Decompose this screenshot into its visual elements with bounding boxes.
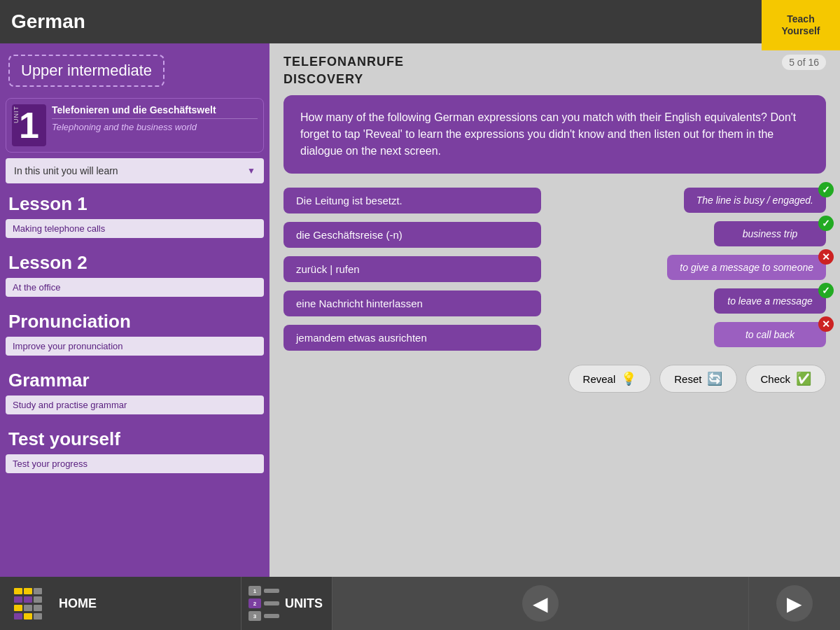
back-arrow-icon: ◀ [522, 585, 559, 622]
unit-number: 1 [19, 105, 39, 146]
english-card-wrapper: to give a message to someone ✕ [667, 255, 826, 280]
reset-button[interactable]: Reset 🔄 [659, 365, 737, 393]
matching-area: Die Leitung ist besetzt. die Geschäftsre… [284, 188, 826, 351]
instruction-box: How many of the following German express… [284, 95, 826, 174]
nav-forward-button[interactable]: ▶ [749, 577, 840, 630]
home-icon-grid [14, 588, 45, 620]
check-icon: ✅ [796, 371, 811, 386]
bottom-navigation: HOME 1 2 3 UNITS [0, 577, 840, 630]
page-counter: 5 of 16 [782, 55, 826, 70]
content-area: 5 of 16 TELEFONANRUFE DISCOVERY How many… [270, 43, 840, 577]
english-card-2[interactable]: to give a message to someone [667, 255, 826, 280]
units-icon: 1 2 3 [248, 586, 279, 621]
wrong-badge: ✕ [818, 316, 834, 332]
pronunciation-title[interactable]: Pronunciation [0, 301, 270, 335]
home-button[interactable]: HOME [0, 577, 241, 630]
german-card[interactable]: eine Nachricht hinterlassen [284, 290, 541, 316]
unit-block: UNIT 1 Telefonieren und die Geschäftswel… [6, 98, 264, 153]
lesson2-title[interactable]: Lesson 2 [0, 242, 270, 276]
unit-english-name: Telephoning and the business world [52, 122, 258, 132]
unit-german-name: Telefonieren und die Geschäftswelt [52, 104, 258, 119]
test-yourself-subtitle[interactable]: Test your progress [6, 454, 264, 473]
english-card-4[interactable]: to call back [714, 322, 826, 347]
lesson2-subtitle[interactable]: At the office [6, 278, 264, 297]
english-card-wrapper: to call back ✕ [714, 322, 826, 347]
english-card-wrapper: business trip ✓ [714, 221, 826, 246]
grammar-title[interactable]: Grammar [0, 360, 270, 394]
german-card[interactable]: jemandem etwas ausrichten [284, 325, 541, 351]
correct-badge: ✓ [818, 216, 834, 231]
app-header: German Teach Yourself [0, 0, 840, 43]
english-card-3[interactable]: to leave a message [714, 288, 826, 314]
english-card-wrapper: The line is busy / engaged. ✓ [684, 188, 826, 213]
action-buttons: Reveal 💡 Reset 🔄 Check ✅ [284, 365, 826, 393]
correct-badge: ✓ [818, 283, 834, 298]
home-label: HOME [59, 596, 97, 611]
pronunciation-subtitle[interactable]: Improve your pronunciation [6, 337, 264, 356]
bulb-icon: 💡 [621, 371, 636, 386]
main-layout: Upper intermediate UNIT 1 Telefonieren u… [0, 43, 840, 577]
app-title: German [11, 10, 85, 33]
units-button[interactable]: 1 2 3 UNITS [241, 577, 332, 630]
lesson1-title[interactable]: Lesson 1 [0, 183, 270, 218]
nav-back-button[interactable]: ◀ [332, 577, 749, 630]
english-card-wrapper: to leave a message ✓ [714, 288, 826, 314]
content-title: TELEFONANRUFE [284, 55, 826, 69]
level-badge[interactable]: Upper intermediate [8, 55, 164, 87]
english-card-0[interactable]: The line is busy / engaged. [684, 188, 826, 213]
english-card-1[interactable]: business trip [714, 221, 826, 246]
wrong-badge: ✕ [818, 249, 834, 265]
unit-label: UNIT [13, 106, 20, 123]
english-column: The line is busy / engaged. ✓ business t… [569, 188, 827, 351]
german-card[interactable]: die Geschäftsreise (-n) [284, 222, 541, 248]
lesson1-subtitle[interactable]: Making telephone calls [6, 219, 264, 238]
in-this-unit-toggle[interactable]: In this unit you will learn ▼ [6, 158, 264, 183]
content-subtitle: DISCOVERY [284, 72, 826, 87]
unit-number-box: UNIT 1 [12, 104, 46, 146]
sidebar: Upper intermediate UNIT 1 Telefonieren u… [0, 43, 270, 577]
reset-icon: 🔄 [707, 371, 722, 386]
german-card[interactable]: zurück | rufen [284, 256, 541, 282]
teach-yourself-logo: Teach Yourself [762, 0, 840, 50]
reveal-button[interactable]: Reveal 💡 [568, 365, 652, 393]
test-yourself-title[interactable]: Test yourself [0, 419, 270, 453]
german-card[interactable]: Die Leitung ist besetzt. [284, 188, 541, 214]
german-column: Die Leitung ist besetzt. die Geschäftsre… [284, 188, 541, 351]
correct-badge: ✓ [818, 182, 834, 197]
check-button[interactable]: Check ✅ [746, 365, 826, 393]
units-label: UNITS [285, 596, 323, 611]
grammar-subtitle[interactable]: Study and practise grammar [6, 396, 264, 414]
unit-text: Telefonieren und die Geschäftswelt Telep… [52, 104, 258, 132]
chevron-down-icon: ▼ [247, 166, 255, 176]
forward-arrow-icon: ▶ [776, 585, 813, 622]
